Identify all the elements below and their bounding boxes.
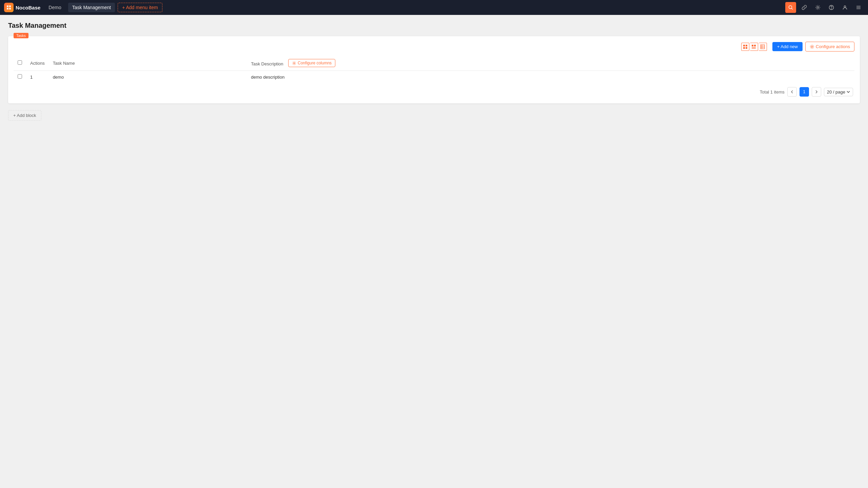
sidebar-toggle-button[interactable] bbox=[853, 2, 864, 13]
data-table: Actions Task Name Task Description bbox=[14, 56, 854, 83]
page-title: Task Management bbox=[8, 22, 860, 29]
add-menu-item-button[interactable]: + Add menu item bbox=[118, 3, 162, 12]
svg-point-22 bbox=[294, 62, 295, 64]
svg-point-5 bbox=[844, 6, 846, 7]
tasks-block: Tasks bbox=[8, 36, 860, 103]
help-icon-button[interactable] bbox=[826, 2, 837, 13]
user-icon-button[interactable] bbox=[840, 2, 850, 13]
row-checkbox[interactable] bbox=[18, 74, 22, 79]
svg-rect-8 bbox=[856, 8, 861, 9]
grid-view-icon[interactable] bbox=[741, 43, 749, 51]
svg-point-21 bbox=[811, 46, 813, 47]
nav-tab-task-management[interactable]: Task Management bbox=[68, 3, 115, 12]
svg-rect-17 bbox=[761, 45, 765, 49]
logo-icon bbox=[4, 3, 14, 12]
top-navigation: NocoBase Demo Task Management + Add menu… bbox=[0, 0, 868, 15]
logo[interactable]: NocoBase bbox=[4, 3, 40, 12]
table-header: Actions Task Name Task Description bbox=[14, 56, 854, 71]
select-all-checkbox-header[interactable] bbox=[14, 56, 26, 71]
configure-columns-button[interactable]: Configure columns bbox=[288, 59, 335, 67]
settings-icon-button[interactable] bbox=[812, 2, 823, 13]
svg-rect-12 bbox=[746, 47, 747, 49]
link-icon-button[interactable] bbox=[799, 2, 810, 13]
svg-rect-7 bbox=[856, 7, 861, 8]
add-new-button[interactable]: + Add new bbox=[772, 42, 803, 51]
configure-actions-button[interactable]: Configure actions bbox=[805, 42, 854, 52]
add-block-button[interactable]: + Add block bbox=[8, 110, 41, 121]
row-number: 1 bbox=[26, 71, 49, 83]
svg-rect-16 bbox=[752, 48, 756, 49]
list-view-icon[interactable] bbox=[750, 43, 758, 51]
logo-text: NocoBase bbox=[16, 5, 40, 11]
pagination-next-button[interactable] bbox=[812, 87, 821, 97]
table-header-row: Actions Task Name Task Description bbox=[14, 56, 854, 71]
table-row: 1 demo demo description bbox=[14, 71, 854, 83]
row-checkbox-cell[interactable] bbox=[14, 71, 26, 83]
svg-rect-15 bbox=[752, 47, 756, 48]
nav-tab-demo[interactable]: Demo bbox=[44, 3, 65, 12]
column-header-actions: Actions bbox=[26, 56, 49, 71]
block-label: Tasks bbox=[14, 33, 28, 38]
svg-rect-6 bbox=[856, 6, 861, 7]
view-icons-group bbox=[741, 43, 767, 51]
svg-rect-14 bbox=[754, 45, 756, 46]
svg-point-4 bbox=[831, 9, 832, 9]
block-toolbar: + Add new Configure actions bbox=[14, 42, 854, 52]
page-size-selector[interactable]: 20 / page bbox=[824, 88, 853, 96]
table-view-icon[interactable] bbox=[759, 43, 767, 51]
svg-rect-10 bbox=[746, 45, 747, 46]
row-task-description: demo description bbox=[247, 71, 854, 83]
pagination-page-1-button[interactable]: 1 bbox=[800, 87, 809, 97]
column-header-task-name: Task Name bbox=[49, 56, 247, 71]
svg-point-2 bbox=[817, 7, 819, 8]
page-content: Task Management Tasks bbox=[0, 15, 868, 127]
svg-rect-11 bbox=[743, 47, 745, 49]
pagination-total: Total 1 items bbox=[760, 89, 785, 95]
svg-rect-13 bbox=[752, 45, 753, 46]
table-body: 1 demo demo description bbox=[14, 71, 854, 83]
pagination-bar: Total 1 items 1 20 / page bbox=[14, 83, 854, 98]
svg-rect-9 bbox=[743, 45, 745, 46]
column-header-task-description: Task Description Configure columns bbox=[247, 56, 854, 71]
svg-line-1 bbox=[792, 8, 793, 10]
row-task-name: demo bbox=[49, 71, 247, 83]
select-all-checkbox[interactable] bbox=[18, 60, 22, 65]
pagination-prev-button[interactable] bbox=[787, 87, 797, 97]
search-icon-button[interactable] bbox=[785, 2, 796, 13]
topnav-right-icons bbox=[785, 2, 864, 13]
svg-point-0 bbox=[789, 6, 792, 9]
